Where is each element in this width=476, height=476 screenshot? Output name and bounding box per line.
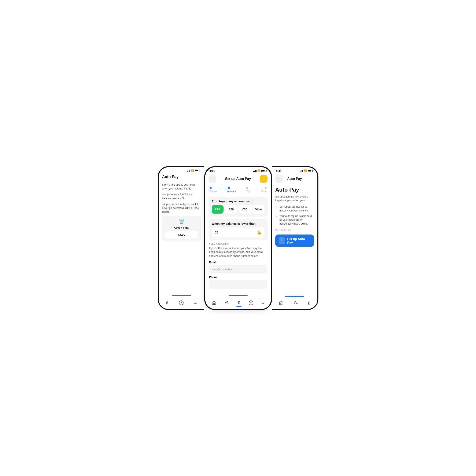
center-nav-indicator xyxy=(229,295,248,296)
balance-card-title: When my balance is lower than: xyxy=(212,222,265,225)
graph-icon xyxy=(225,301,229,305)
lightning-button[interactable]: ⚡ xyxy=(260,175,268,183)
center-time: 9:41 xyxy=(210,169,215,172)
step-label-energy: Energy xyxy=(210,190,217,192)
email-placeholder: sam@example.com xyxy=(212,268,237,271)
balance-field: £2 🔒 xyxy=(212,228,265,237)
checkmark-item-0: ✓ Set repeat top-ups for yo meter when y… xyxy=(275,205,314,213)
center-battery-icon xyxy=(261,170,267,172)
left-status-bar: 📶 xyxy=(159,167,204,173)
left-title-text: Auto Pay xyxy=(162,175,179,179)
amount-btn-10[interactable]: £10 xyxy=(212,205,224,214)
credit-label: Credit limit xyxy=(174,226,189,229)
center-content: Auto top-up my account with: £10 £20 £30… xyxy=(205,194,271,294)
right-nav-pound[interactable]: £ xyxy=(308,301,310,306)
svg-point-5 xyxy=(294,303,295,304)
center-nav-menu[interactable]: ≡ xyxy=(262,300,265,306)
right-time: 9:41 xyxy=(276,169,282,172)
step-label-pay: Pay xyxy=(247,190,251,192)
left-desc-1: c PAYG top-ups so you never when your ba… xyxy=(162,183,201,190)
center-wifi-icon: 📶 xyxy=(257,169,260,172)
center-nav-pound[interactable]: £ xyxy=(238,300,240,305)
receipt-section: NEED A RECEIPT? If you'd like a receipt … xyxy=(209,243,268,291)
center-nav-home[interactable] xyxy=(212,301,216,305)
svg-point-7 xyxy=(297,304,298,304)
right-status-bar: 9:41 📶 xyxy=(272,167,317,173)
email-input[interactable]: sam@example.com xyxy=(209,265,267,273)
step-line-2 xyxy=(248,188,265,188)
delete-icon: 🗑️ xyxy=(179,219,184,224)
amount-btn-30[interactable]: £30 xyxy=(239,205,251,214)
right-header-title: Auto Pay xyxy=(287,177,302,181)
right-header: ← Auto Pay xyxy=(272,173,317,184)
center-nav-graph[interactable] xyxy=(225,301,229,305)
setup-autopay-button[interactable]: ∞ Set up Auto Pay xyxy=(275,235,314,247)
right-signal-icon xyxy=(300,170,303,172)
step-dot-0 xyxy=(210,187,212,189)
svg-line-3 xyxy=(226,302,227,303)
center-bottom-bar xyxy=(205,294,271,298)
right-battery-icon xyxy=(308,170,313,172)
back-button[interactable]: ← xyxy=(209,175,216,183)
amount-btn-other[interactable]: Other xyxy=(253,205,265,214)
setup-btn-icon: ∞ xyxy=(279,237,285,244)
left-app-title: Auto Pay xyxy=(159,173,204,181)
step-line-1 xyxy=(230,188,246,188)
left-nav-indicator xyxy=(172,295,191,296)
right-content: Auto Pay Set up automatic PAYG top-u for… xyxy=(272,184,317,295)
stepper: Energy Amount Pay Done xyxy=(205,184,271,194)
amount-btn-20[interactable]: £20 xyxy=(225,205,237,214)
left-content: c PAYG top-ups so you never when your ba… xyxy=(159,181,204,294)
right-bottom-nav: £ xyxy=(272,299,317,309)
nav-menu[interactable]: ≡ xyxy=(194,300,197,306)
checkmark-text-1: Your auto top-up is paid card, so you'll… xyxy=(280,214,314,226)
battery-icon xyxy=(195,170,200,172)
signal-icon xyxy=(187,170,190,172)
right-nav-home[interactable] xyxy=(279,301,284,305)
svg-point-2 xyxy=(228,303,229,304)
wifi-icon: 📶 xyxy=(191,169,194,172)
svg-line-8 xyxy=(295,302,295,303)
svg-line-4 xyxy=(227,302,228,303)
step-label-amount: Amount xyxy=(227,190,236,192)
menu-center-icon: ≡ xyxy=(262,300,265,306)
nav-help[interactable]: ? xyxy=(179,301,184,305)
setup-btn-text: Set up Auto Pay xyxy=(287,237,310,244)
help-center-icon: ? xyxy=(249,301,253,305)
receipt-heading: NEED A RECEIPT? xyxy=(209,243,267,245)
lock-icon: 🔒 xyxy=(257,230,262,235)
step-dot-1 xyxy=(228,187,230,189)
balance-card: When my balance is lower than: £2 🔒 xyxy=(209,219,268,240)
credit-value: £2.00 xyxy=(165,231,198,238)
center-status-bar: 9:41 📶 xyxy=(205,167,271,173)
right-bottom-bar xyxy=(272,295,317,299)
stepper-dots xyxy=(210,187,267,189)
phone-input[interactable] xyxy=(209,280,267,289)
step-dot-2 xyxy=(246,187,248,189)
left-desc-2: op-ups for your PAYG your balance reache… xyxy=(162,193,201,200)
center-signal-icon xyxy=(253,170,256,172)
right-back-button[interactable]: ← xyxy=(275,175,283,183)
checkmark-icon-0: ✓ xyxy=(275,205,278,208)
checkmark-text-0: Set repeat top-ups for yo meter when you… xyxy=(280,205,314,213)
get-started-label: GET STARTED xyxy=(275,229,314,231)
amount-card-title: Auto top-up my account with: xyxy=(212,200,265,203)
center-header: ← Set up Auto Pay ⚡ xyxy=(205,173,271,184)
checkmark-item-1: ✓ Your auto top-up is paid card, so you'… xyxy=(275,214,314,226)
center-nav-help[interactable]: ? xyxy=(249,301,253,305)
amount-card: Auto top-up my account with: £10 £20 £30… xyxy=(209,197,268,217)
checkmark-icon-1: ✓ xyxy=(275,214,278,218)
delete-area: 🗑️ Credit limit £2.00 xyxy=(162,216,201,241)
right-nav-graph[interactable] xyxy=(293,301,298,305)
right-wifi-icon: 📶 xyxy=(304,169,307,172)
right-graph-icon xyxy=(293,301,298,305)
right-nav-indicator xyxy=(285,296,304,297)
left-phone: 📶 Auto Pay c PAYG top-ups so you never w… xyxy=(158,166,204,310)
svg-line-9 xyxy=(296,302,297,303)
phone-label: Phone xyxy=(209,275,267,279)
amount-options: £10 £20 £30 Other xyxy=(212,205,265,214)
pound-nav-icon: £ xyxy=(166,301,168,305)
step-line-0 xyxy=(212,188,228,188)
right-home-icon xyxy=(279,301,284,305)
nav-pound[interactable]: £ xyxy=(166,301,168,305)
